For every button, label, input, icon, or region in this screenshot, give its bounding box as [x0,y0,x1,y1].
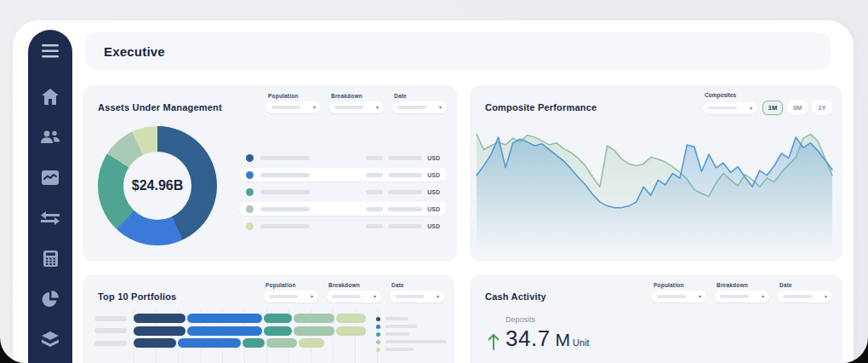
value-placeholder [366,156,383,160]
sidebar-item-layers[interactable] [40,331,60,349]
chevron-down-icon: ▾ [374,294,376,299]
portfolio-chart-icon [42,170,59,185]
aum-donut-center: $24.96B [123,152,191,220]
users-icon [41,130,60,144]
filter-breakdown-select[interactable]: ▾ [329,101,384,113]
sidebar-item-portfolios[interactable] [40,169,60,187]
portfolio-bar-row[interactable] [94,314,384,323]
filter-label: Breakdown [328,282,381,288]
bar-segment [336,314,366,323]
currency-label: USD [427,189,440,195]
asset-name-placeholder [260,224,310,228]
filter-date-select[interactable]: ▾ [778,291,832,302]
aum-asset-row[interactable]: USD [239,168,447,182]
asset-name-placeholder [260,156,310,160]
filter-date: Date▾ [392,93,447,113]
top10-bar-chart[interactable] [94,314,384,363]
card-top-10-portfolios: Top 10 Portfolios Population▾Breakdown▾D… [83,274,454,363]
aum-asset-row[interactable]: USD [239,151,447,164]
composite-card-title: Composite Performance [485,102,597,112]
value-placeholder [366,173,383,177]
bar-segment [187,314,262,323]
legend-item [376,332,449,337]
legend-label-placeholder [385,325,418,328]
bar-segment [134,338,176,348]
currency-label: USD [427,206,440,212]
sidebar-item-transactions[interactable] [40,209,60,228]
filter-date: Date▾ [778,282,832,302]
composite-line-chart[interactable] [475,121,836,256]
sidebar-item-analytics[interactable] [40,290,60,308]
filter-population-select[interactable]: ▾ [652,291,706,302]
aum-donut-chart[interactable]: $24.96B [98,126,217,245]
card-composite-performance: Composite Performance Composites ▾ 1M3M1… [470,85,842,262]
series-color-dot [246,188,254,196]
legend-item [376,348,449,352]
series-color-dot [246,154,254,162]
aum-asset-row[interactable]: USD [239,185,447,199]
value-placeholder [388,190,422,194]
transfer-arrows-icon [41,211,60,225]
bar-segment [264,326,292,336]
filter-breakdown-select[interactable]: ▾ [715,291,769,302]
filter-population: Population▾ [652,282,706,302]
bar-segment [134,314,186,323]
range-button-1m[interactable]: 1M [762,101,783,115]
currency-label: USD [427,155,440,161]
composites-select[interactable]: ▾ [703,102,757,114]
range-button-1y[interactable]: 1Y [812,101,832,115]
bar-segment [294,314,334,323]
area-fill-series-blue [477,137,832,252]
top10-filters: Population▾Breakdown▾Date▾ [264,282,444,302]
select-placeholder [332,295,361,298]
filter-breakdown-select[interactable]: ▾ [327,291,381,302]
legend-color-dot [376,348,380,352]
aum-asset-row[interactable]: USD [239,202,447,216]
legend-label-placeholder [385,332,409,336]
portfolio-bar-row[interactable] [94,338,384,348]
portfolio-name-placeholder [94,341,127,346]
filter-date-select[interactable]: ▾ [392,101,447,113]
series-color-dot [246,222,254,230]
sidebar-item-clients[interactable] [40,128,60,147]
filter-breakdown: Breakdown▾ [327,282,381,302]
cash-card-title: Cash Activity [485,291,546,302]
deposits-value: 34.7 [505,326,551,352]
portfolio-name-placeholder [94,316,127,321]
filter-population-select[interactable]: ▾ [266,101,321,113]
currency-label: USD [427,172,440,178]
asset-name-placeholder [260,190,310,194]
deposits-magnitude: M [556,330,571,350]
filter-label: Population [266,282,318,288]
filter-label: Population [654,282,706,288]
aum-asset-row[interactable]: USD [239,219,447,233]
sidebar [28,30,72,363]
card-assets-under-management: Assets Under Management Population▾Break… [83,85,457,262]
legend-color-dot [376,317,380,321]
legend-color-dot [376,325,380,329]
select-placeholder [334,106,363,109]
menu-button[interactable] [40,42,60,60]
filter-population-select[interactable]: ▾ [264,291,318,302]
chevron-down-icon: ▾ [825,294,827,299]
bar-segment [187,326,262,336]
stacked-bar [134,326,366,336]
stacked-bar [134,314,366,323]
select-placeholder [395,295,424,298]
sidebar-item-calculator[interactable] [40,250,60,268]
pie-chart-icon [42,291,59,308]
filter-date-select[interactable]: ▾ [390,291,444,302]
portfolio-bar-row[interactable] [94,326,384,336]
menu-icon [42,44,59,58]
arrow-up-icon [487,332,500,354]
value-placeholder [366,207,383,211]
sidebar-item-home[interactable] [40,88,60,107]
deposits-label: Deposits [505,315,590,324]
asset-name-placeholder [260,173,310,177]
bar-segment [299,338,324,348]
range-button-3m[interactable]: 3M [787,101,808,115]
select-placeholder [397,106,426,109]
select-placeholder [657,295,686,298]
select-placeholder [720,295,749,298]
filter-breakdown: Breakdown▾ [715,282,769,302]
